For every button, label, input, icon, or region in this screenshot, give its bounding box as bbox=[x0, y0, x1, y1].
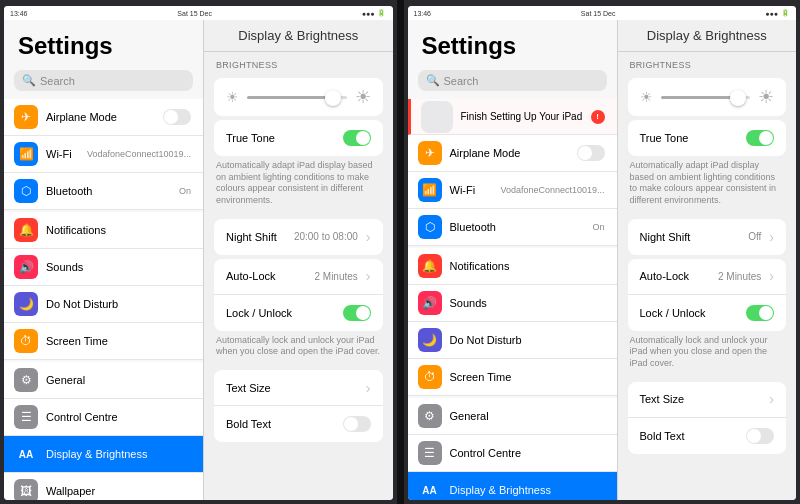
right-truetone-row[interactable]: True Tone bbox=[628, 120, 787, 156]
airplane-toggle[interactable] bbox=[163, 109, 191, 125]
left-group2: 🔔 Notifications 🔊 Sounds 🌙 Do Not Distur… bbox=[4, 212, 203, 360]
left-group3: ⚙ General ☰ Control Centre AA Display & … bbox=[4, 362, 203, 500]
right-brightness-group: ☀ ☀ bbox=[628, 78, 787, 116]
sidebar-item-notifications[interactable]: 🔔 Notifications bbox=[4, 212, 203, 249]
right-truetone-group: True Tone bbox=[628, 120, 787, 156]
left-textsize-label: Text Size bbox=[226, 382, 358, 394]
left-lockunlock-toggle[interactable] bbox=[343, 305, 371, 321]
right-wifi-icon: 📶 bbox=[418, 178, 442, 202]
right-wifi-detail: VodafoneConnect10019... bbox=[500, 185, 604, 195]
right-sidebar-item-sounds[interactable]: 🔊 Sounds bbox=[408, 285, 617, 322]
left-textsize-row[interactable]: Text Size bbox=[214, 370, 383, 406]
right-battery-icon: 🔋 bbox=[781, 9, 790, 17]
donotdisturb-label: Do Not Disturb bbox=[46, 298, 191, 310]
right-sidebar-item-airplane[interactable]: ✈ Airplane Mode bbox=[408, 135, 617, 172]
right-brightness-slider[interactable] bbox=[661, 96, 751, 99]
right-sidebar-item-notifications[interactable]: 🔔 Notifications bbox=[408, 248, 617, 285]
left-boldtext-row[interactable]: Bold Text bbox=[214, 406, 383, 442]
wallpaper-icon: 🖼 bbox=[14, 479, 38, 500]
left-lock-group: Auto-Lock 2 Minutes Lock / Unlock bbox=[214, 259, 383, 331]
right-sidebar-item-displaybrightness[interactable]: AA Display & Brightness bbox=[408, 472, 617, 500]
left-battery-icon: 🔋 bbox=[377, 9, 386, 17]
left-boldtext-toggle[interactable] bbox=[343, 416, 371, 432]
right-slider-thumb bbox=[730, 90, 746, 106]
bluetooth-label: Bluetooth bbox=[46, 185, 171, 197]
right-textsize-row[interactable]: Text Size bbox=[628, 382, 787, 418]
sidebar-item-controlcentre[interactable]: ☰ Control Centre bbox=[4, 399, 203, 436]
sidebar-item-general[interactable]: ⚙ General bbox=[4, 362, 203, 399]
right-general-icon: ⚙ bbox=[418, 404, 442, 428]
right-sidebar-item-donotdisturb[interactable]: 🌙 Do Not Disturb bbox=[408, 322, 617, 359]
right-autolock-row[interactable]: Auto-Lock 2 Minutes bbox=[628, 259, 787, 295]
right-nightshift-detail: Off bbox=[748, 231, 761, 242]
general-icon: ⚙ bbox=[14, 368, 38, 392]
left-truetone-toggle[interactable] bbox=[343, 130, 371, 146]
left-boldtext-label: Bold Text bbox=[226, 418, 335, 430]
right-split-view: Settings 🔍 Search Finish Setting Up Your… bbox=[408, 20, 797, 500]
right-sidebar-item-wifi[interactable]: 📶 Wi-Fi VodafoneConnect10019... bbox=[408, 172, 617, 209]
right-search[interactable]: 🔍 Search bbox=[418, 70, 607, 91]
right-general-label: General bbox=[450, 410, 605, 422]
left-truetone-label: True Tone bbox=[226, 132, 335, 144]
sidebar-item-donotdisturb[interactable]: 🌙 Do Not Disturb bbox=[4, 286, 203, 323]
right-lock-group: Auto-Lock 2 Minutes Lock / Unlock bbox=[628, 259, 787, 331]
sun-large-icon: ☀ bbox=[355, 86, 371, 108]
right-notifications-label: Notifications bbox=[450, 260, 605, 272]
right-autolock-chevron-icon bbox=[769, 267, 774, 285]
right-sidebar-item-bluetooth[interactable]: ⬡ Bluetooth On bbox=[408, 209, 617, 246]
left-truetone-group: True Tone bbox=[214, 120, 383, 156]
right-sidebar-item-controlcentre[interactable]: ☰ Control Centre bbox=[408, 435, 617, 472]
sun-small-icon: ☀ bbox=[226, 89, 239, 105]
left-sidebar-title: Settings bbox=[4, 20, 203, 66]
right-boldtext-toggle[interactable] bbox=[746, 428, 774, 444]
right-lockunlock-toggle[interactable] bbox=[746, 305, 774, 321]
sidebar-item-displaybrightness[interactable]: AA Display & Brightness bbox=[4, 436, 203, 473]
finish-setup-badge: ! bbox=[591, 110, 605, 124]
right-controlcentre-label: Control Centre bbox=[450, 447, 605, 459]
sidebar-item-wallpaper[interactable]: 🖼 Wallpaper bbox=[4, 473, 203, 500]
right-sidebar-item-general[interactable]: ⚙ General bbox=[408, 398, 617, 435]
right-lockunlock-row[interactable]: Lock / Unlock bbox=[628, 295, 787, 331]
right-ipad: 13:46 Sat 15 Dec ●●● 🔋 Settings 🔍 Search… bbox=[404, 0, 801, 504]
wifi-icon: 📶 bbox=[14, 142, 38, 166]
right-nightshift-row[interactable]: Night Shift Off bbox=[628, 219, 787, 255]
slider-thumb bbox=[325, 90, 341, 106]
right-date: Sat 15 Dec bbox=[581, 10, 616, 17]
left-nightshift-row[interactable]: Night Shift 20:00 to 08:00 bbox=[214, 219, 383, 255]
right-signal-icon: ●●● bbox=[765, 10, 778, 17]
displaybrightness-label: Display & Brightness bbox=[46, 448, 191, 460]
right-truetone-toggle[interactable] bbox=[746, 130, 774, 146]
wifi-detail: VodafoneConnect10019... bbox=[87, 149, 191, 159]
finish-setup-banner[interactable]: Finish Setting Up Your iPad ! bbox=[408, 99, 617, 135]
sidebar-item-screentime[interactable]: ⏱ Screen Time bbox=[4, 323, 203, 360]
sidebar-item-bluetooth[interactable]: ⬡ Bluetooth On bbox=[4, 173, 203, 210]
right-sidebar-item-screentime[interactable]: ⏱ Screen Time bbox=[408, 359, 617, 396]
sidebar-item-airplane[interactable]: ✈ Airplane Mode bbox=[4, 99, 203, 136]
textsize-chevron-icon bbox=[366, 379, 371, 397]
right-boldtext-row[interactable]: Bold Text bbox=[628, 418, 787, 454]
brightness-slider[interactable] bbox=[247, 96, 347, 99]
right-airplane-toggle[interactable] bbox=[577, 145, 605, 161]
right-displaybrightness-icon: AA bbox=[418, 478, 442, 500]
left-lockunlock-row[interactable]: Lock / Unlock bbox=[214, 295, 383, 331]
sidebar-item-sounds[interactable]: 🔊 Sounds bbox=[4, 249, 203, 286]
right-ipad-screen: 13:46 Sat 15 Dec ●●● 🔋 Settings 🔍 Search… bbox=[408, 6, 797, 500]
right-brightness-label: BRIGHTNESS bbox=[618, 52, 797, 74]
sidebar-item-wifi[interactable]: 📶 Wi-Fi VodafoneConnect10019... bbox=[4, 136, 203, 173]
right-donotdisturb-icon: 🌙 bbox=[418, 328, 442, 352]
right-wifi-label: Wi-Fi bbox=[450, 184, 493, 196]
right-group3: ⚙ General ☰ Control Centre AA Display & … bbox=[408, 398, 617, 500]
right-brightness-row: ☀ ☀ bbox=[628, 78, 787, 116]
left-search[interactable]: 🔍 Search bbox=[14, 70, 193, 91]
right-sun-large-icon: ☀ bbox=[758, 86, 774, 108]
right-bluetooth-label: Bluetooth bbox=[450, 221, 585, 233]
left-truetone-row[interactable]: True Tone bbox=[214, 120, 383, 156]
right-lockunlock-label: Lock / Unlock bbox=[640, 307, 739, 319]
bluetooth-detail: On bbox=[179, 186, 191, 196]
controlcentre-icon: ☰ bbox=[14, 405, 38, 429]
right-text-group: Text Size Bold Text bbox=[628, 382, 787, 454]
left-autolock-label: Auto-Lock bbox=[226, 270, 306, 282]
left-search-icon: 🔍 bbox=[22, 74, 36, 87]
left-autolock-row[interactable]: Auto-Lock 2 Minutes bbox=[214, 259, 383, 295]
displaybrightness-icon: AA bbox=[14, 442, 38, 466]
